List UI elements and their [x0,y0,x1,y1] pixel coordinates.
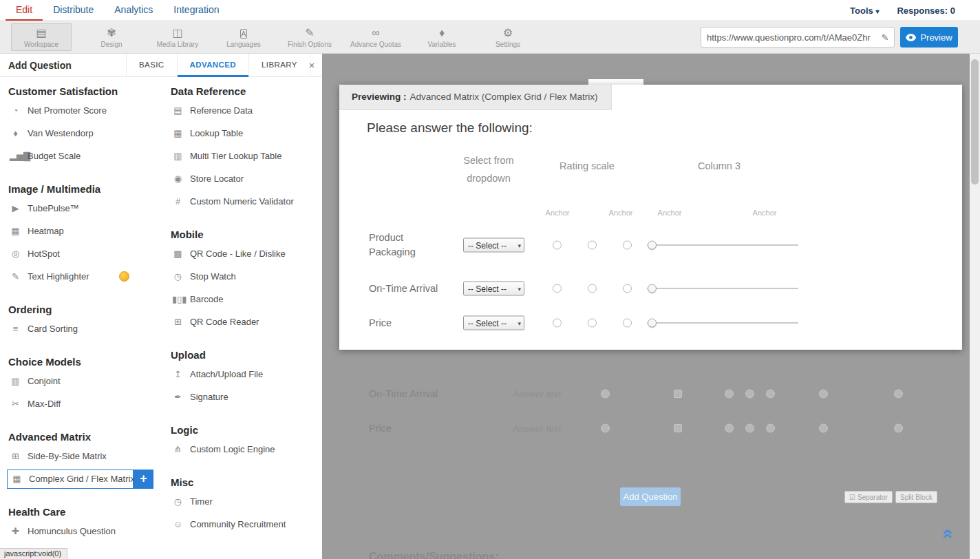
item-label: HotSpot [28,249,60,259]
radio-button[interactable] [623,284,632,293]
toolbar-languages[interactable]: A Languages [211,26,277,48]
slider-track[interactable] [647,288,798,289]
panel-item-side-by-side-matrix[interactable]: ⊞Side-By-Side Matrix [7,445,164,467]
select-dropdown[interactable]: -- Select --▾ [463,316,524,330]
responses-count[interactable]: Responses: 0 [897,6,955,16]
panel-column-left: Customer Satisfaction ◔Net Promoter Scor… [7,84,164,542]
checkbox [674,390,682,398]
panel-item-community-recruitment[interactable]: ☺Community Recruitment [169,513,319,536]
radio-button [766,424,775,433]
radio-button[interactable] [553,241,562,250]
radio-button [745,390,754,399]
workspace-icon: ▤ [36,26,46,39]
radio-button[interactable] [553,284,562,293]
panel-item-multi-tier-lookup-table[interactable]: ▥Multi Tier Lookup Table [169,145,319,167]
item-label: Store Locator [190,173,244,184]
panel-item-store-locator[interactable]: ◉Store Locator [169,167,319,190]
toolbar-media-library[interactable]: ◫ Media Library [145,26,211,48]
column-header-dropdown: Select from dropdown [447,151,530,187]
pencil-icon[interactable]: ✎ [876,32,894,43]
radio-button[interactable] [588,284,597,293]
link-icon: ∞ [372,26,379,39]
panel-item-max-diff[interactable]: ✂Max-Diff [7,392,164,415]
previewing-value: Advanced Matrix (Complex Grid / Flex Mat… [410,92,598,102]
people-icon: ☺ [172,519,184,529]
radio-button[interactable] [623,319,632,328]
qr-scan-icon: ⊞ [172,317,184,327]
item-label: Custom Logic Engine [190,444,275,454]
preview-button[interactable]: Preview [900,27,958,48]
panel-item-reference-data[interactable]: ▤Reference Data [169,99,319,122]
panel-item-complex-grid-flex-matrix[interactable]: ▦Complex Grid / Flex Matrix [7,470,134,489]
panel-item-card-sorting[interactable]: ≡Card Sorting [7,317,164,340]
checkbox [674,424,682,432]
close-icon[interactable]: × [301,54,322,77]
panel-item-custom-logic-engine[interactable]: ⋔Custom Logic Engine [169,438,319,461]
toolbar-design[interactable]: ✾ Design [78,26,145,48]
radio-button[interactable] [588,319,597,328]
radio-button[interactable] [623,241,632,250]
radio-button [766,390,775,399]
radio-button[interactable] [553,319,562,328]
panel-item-budget-scale[interactable]: ▂▅▇Budget Scale [7,145,164,167]
item-label: Max-Diff [28,399,61,409]
panel-item-conjoint[interactable]: ▥Conjoint [7,370,164,392]
image-icon: ◫ [172,26,182,39]
tab-analytics[interactable]: Analytics [104,0,163,21]
body-icon: ✚ [10,526,21,536]
panel-item-qr-code-reader[interactable]: ⊞QR Code Reader [169,310,319,333]
panel-item-signature[interactable]: ✒Signature [169,386,319,408]
selected-item-row: ▦Complex Grid / Flex Matrix + [7,467,164,490]
tab-basic[interactable]: BASIC [127,54,178,77]
panel-item-hotspot[interactable]: ◎HotSpot [7,242,164,265]
panel-item-lookup-table[interactable]: ▦Lookup Table [169,122,319,145]
tab-integration[interactable]: Integration [163,0,229,21]
slider-track[interactable] [647,322,798,324]
panel-title: Add Question [8,54,72,77]
nav-right: Tools ▾ Responses: 0 [850,0,955,21]
clock-icon: ◷ [172,496,184,507]
scrollbar-thumb[interactable] [971,59,979,184]
item-label: Van Westendorp [28,128,94,138]
panel-item-text-highlighter[interactable]: ✎Text Highlighter [7,265,164,288]
toolbar-workspace[interactable]: ▤ Workspace [11,23,72,51]
panel-item-barcode[interactable]: ▮▯▮Barcode [169,288,319,310]
tab-edit[interactable]: Edit [6,0,43,21]
answer-text-label: Answer text [513,423,562,434]
panel-item-custom-numeric-validator[interactable]: #Custom Numeric Validator [169,190,319,213]
slider-handle[interactable] [648,319,657,328]
toolbar-label: Advance Quotas [350,41,401,48]
tab-advanced[interactable]: ADVANCED [178,54,250,77]
slider-track[interactable] [647,244,798,246]
add-question-panel: Add Question BASIC ADVANCED LIBRARY × Cu… [0,54,322,559]
select-dropdown[interactable]: -- Select --▾ [463,238,524,253]
radio-button [725,390,734,399]
main-scrollbar[interactable] [970,54,980,559]
panel-item-net-promoter-score[interactable]: ◔Net Promoter Score [7,99,164,122]
panel-item-attach-upload-file[interactable]: ↥Attach/Upload File [169,363,319,386]
column-header-column3: Column 3 [678,160,760,171]
panel-item-stop-watch[interactable]: ◷Stop Watch [169,265,319,288]
select-dropdown[interactable]: -- Select --▾ [463,282,524,296]
survey-url-input[interactable] [701,32,876,43]
radio-button[interactable] [588,241,597,250]
slider-handle[interactable] [648,284,657,293]
select-value: -- Select -- [468,284,507,293]
panel-item-van-westendorp[interactable]: ♦Van Westendorp [7,122,164,145]
tab-distribute[interactable]: Distribute [43,0,104,21]
tools-menu[interactable]: Tools ▾ [850,6,879,16]
toolbar-finish-options[interactable]: ✎ Finish Options [277,26,343,48]
toolbar-settings[interactable]: ⚙ Settings [475,26,541,48]
panel-item-heatmap[interactable]: ▦Heatmap [7,220,164,242]
panel-item-homunculus-question[interactable]: ✚Homunculus Question [7,520,164,542]
panel-item-timer[interactable]: ◷Timer [169,490,319,513]
slider-handle[interactable] [648,241,657,250]
toolbar-advance-quotas[interactable]: ∞ Advance Quotas [343,26,409,48]
panel-item-qr-code-like-dislike[interactable]: ▩QR Code - Like / Dislike [169,242,319,265]
scroll-to-top-icon[interactable]: « [939,529,957,539]
toolbar-variables[interactable]: ♦ Variables [409,26,475,48]
add-question-type-button[interactable]: + [134,470,153,489]
section-image-multimedia: Image / Multimedia ▶TubePulse™ ▦Heatmap … [7,182,164,288]
panel-item-tubepulse[interactable]: ▶TubePulse™ [7,197,164,220]
separator-button: ☑Separator [844,491,893,503]
